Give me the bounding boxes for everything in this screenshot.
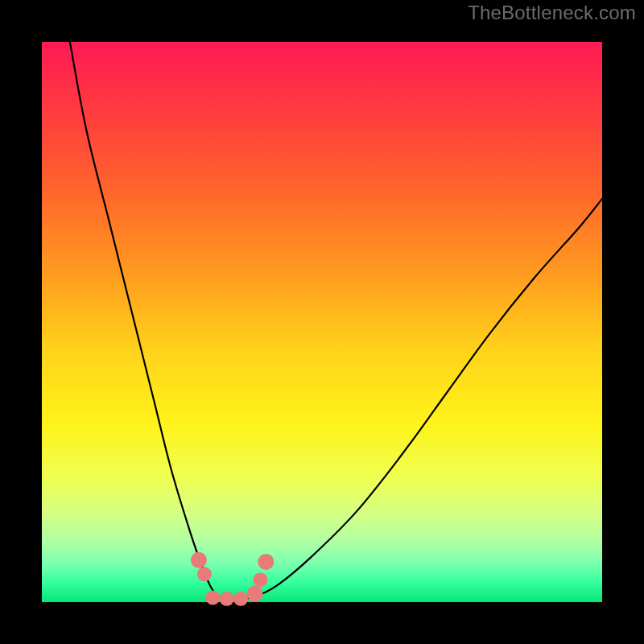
data-marker [220, 592, 234, 606]
data-marker [233, 592, 248, 606]
data-marker [197, 567, 212, 581]
chart-container: { "watermark": "TheBottleneck.com", "cha… [0, 0, 644, 644]
data-marker [205, 590, 220, 605]
data-marker [191, 552, 207, 568]
data-marker [246, 586, 262, 602]
data-marker [253, 572, 267, 587]
plot-background [42, 42, 602, 602]
data-marker [258, 554, 274, 570]
watermark-text: TheBottleneck.com [468, 2, 636, 24]
bottleneck-chart [0, 0, 644, 644]
